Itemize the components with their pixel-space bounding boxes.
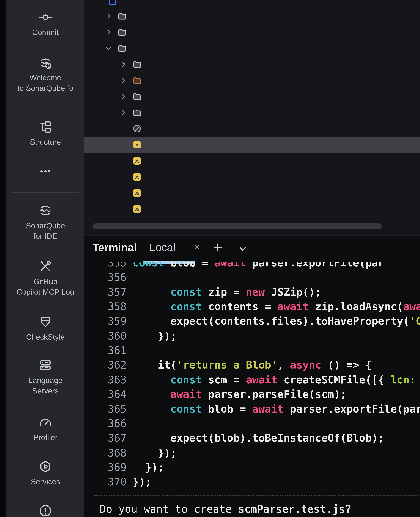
code-token: awa xyxy=(403,301,420,313)
code-token: async xyxy=(290,359,321,371)
chevron-right-icon[interactable] xyxy=(104,11,117,21)
tree-item-node-modules[interactable] xyxy=(84,72,420,88)
terminal-tab-bar: Terminal Local × + xyxy=(84,236,420,262)
terminal-tab-dropdown-icon[interactable] xyxy=(237,243,248,254)
line-number: 357 xyxy=(92,286,127,298)
sidebar-item-services[interactable]: Services xyxy=(6,459,84,487)
code-token: }); xyxy=(133,461,164,473)
tree-item-claude[interactable] xyxy=(84,8,420,24)
tools-icon xyxy=(38,259,52,274)
js-file-icon: JS xyxy=(132,172,142,182)
tree-horizontal-scrollbar[interactable] xyxy=(92,223,382,229)
chevron-right-icon[interactable] xyxy=(104,27,117,37)
terminal-tab-local[interactable]: Local xyxy=(150,242,175,254)
close-tab-icon[interactable]: × xyxy=(194,241,200,253)
code-token: it( xyxy=(133,359,177,371)
sidebar-item-github-copilot-mcp-log[interactable]: GitHub Copilot MCP Log xyxy=(6,259,84,297)
sidebar-item-label: Welcome to SonarQube fo xyxy=(17,73,73,94)
folder-icon xyxy=(117,11,127,21)
sidebar-item-label: CheckStyle xyxy=(26,332,65,342)
tree-item-analyze-export-js[interactable]: JS xyxy=(84,137,420,153)
line-number: 370 xyxy=(92,476,127,488)
sidebar-item-more-tool-windows[interactable] xyxy=(6,164,84,178)
sidebar-item-welcome-to-sonarqube-fo[interactable]: ?Welcome to SonarQube fo xyxy=(6,55,84,94)
svg-text:JS: JS xyxy=(135,143,140,147)
checkstyle-icon xyxy=(38,315,52,329)
code-token: const xyxy=(170,301,202,313)
ide-screen: Commit?Welcome to SonarQube foStructureS… xyxy=(5,0,420,517)
folder-icon xyxy=(117,43,127,53)
code-token: blob = xyxy=(164,262,214,269)
line-number: 366 xyxy=(92,418,127,430)
code-token: contents = xyxy=(202,301,277,313)
tree-item-gitignore[interactable] xyxy=(84,121,420,137)
terminal-code-line-356: 356 xyxy=(84,271,420,286)
line-number: 367 xyxy=(92,432,127,444)
tree-item-channel-sorter-app[interactable] xyxy=(84,40,420,56)
sidebar-item-language-servers[interactable]: Language Servers xyxy=(6,358,84,396)
terminal-code-line-369: 369 }); xyxy=(84,461,420,476)
code-token: expect(contents.files).toHaveProperty( xyxy=(133,315,409,327)
code-text: expect(contents.files).toHaveProperty('C xyxy=(133,315,420,327)
folder-icon xyxy=(132,91,142,101)
code-token: , xyxy=(277,359,290,371)
sidebar-item-label: Services xyxy=(31,477,60,487)
code-text: }); xyxy=(133,330,177,342)
code-token: lcn: xyxy=(390,374,416,386)
tree-item-check-zip-contents-js[interactable]: JS xyxy=(84,201,420,217)
tree-item-idea[interactable] xyxy=(84,24,420,40)
chevron-spacer xyxy=(119,156,132,166)
line-number: 355 xyxy=(92,262,127,269)
tree-item-analyze-scm-js[interactable]: JS xyxy=(84,169,420,185)
sidebar-item-label: SonarQube for IDE xyxy=(26,221,65,242)
terminal-code-line-360: 360 }); xyxy=(84,330,420,344)
sidebar-item-label: Commit xyxy=(32,27,59,38)
new-terminal-tab-icon[interactable]: + xyxy=(213,238,222,256)
chevron-right-icon[interactable] xyxy=(119,76,132,85)
line-number: 365 xyxy=(92,403,127,415)
sidebar-item-structure[interactable]: Structure xyxy=(6,120,84,147)
line-number: 356 xyxy=(92,271,127,283)
line-number: 361 xyxy=(92,344,127,357)
code-token: createSCMFile([{ xyxy=(277,374,391,386)
sidebar-item-label: Language Servers xyxy=(28,375,62,396)
code-token: const xyxy=(170,374,202,386)
sidebar-item-profiler[interactable]: Profiler xyxy=(6,415,84,443)
tree-item-analyze-latest-js[interactable]: JS xyxy=(84,153,420,169)
tree-item-public[interactable] xyxy=(84,88,420,104)
structure-icon xyxy=(38,120,52,134)
folder-orange-icon xyxy=(132,76,142,85)
sidebar-item-label: GitHub Copilot MCP Log xyxy=(17,276,74,297)
line-number: 363 xyxy=(92,374,127,386)
chevron-right-icon[interactable] xyxy=(119,91,132,101)
svg-text:JS: JS xyxy=(135,207,140,212)
folder-icon xyxy=(132,60,142,69)
code-text: }); xyxy=(133,461,164,473)
sidebar-item-checkstyle[interactable]: CheckStyle xyxy=(6,315,84,342)
sidebar-item-problems[interactable]: Problems xyxy=(6,503,84,517)
sidebar-item-commit[interactable]: Commit xyxy=(6,10,84,38)
services-icon xyxy=(38,459,52,474)
sidebar-item-sonarqube-for-ide[interactable]: SonarQube for IDE xyxy=(6,203,84,242)
ide-window: Commit?Welcome to SonarQube foStructureS… xyxy=(0,0,420,517)
sidebar-item-label: Profiler xyxy=(33,433,58,443)
terminal-output: 355const blob = await parser.exportFile(… xyxy=(84,262,420,517)
tree-item-analyze-scm7-js[interactable]: JS xyxy=(84,185,420,201)
tree-item-claude[interactable] xyxy=(84,56,420,72)
js-file-icon: JS xyxy=(132,188,142,198)
profiler-icon xyxy=(38,415,52,430)
chevron-right-icon[interactable] xyxy=(119,60,132,69)
code-text: }); xyxy=(133,447,177,459)
project-tree-panel: JSJSJSJSJS xyxy=(84,0,420,235)
code-token: await xyxy=(214,262,246,269)
sidebar-divider xyxy=(12,192,79,193)
terminal-panel-title[interactable]: Terminal xyxy=(92,242,137,254)
terminal-code-line-368: 368 }); xyxy=(84,447,420,461)
tree-item-src[interactable] xyxy=(84,104,420,121)
svg-text:JS: JS xyxy=(135,191,140,196)
chevron-right-icon[interactable] xyxy=(119,108,132,117)
ignored-icon xyxy=(132,124,142,133)
commit-icon xyxy=(38,10,52,24)
prompt-question: Do you want to create scmParser.test.js? xyxy=(100,503,420,517)
chevron-down-icon[interactable] xyxy=(104,43,117,53)
